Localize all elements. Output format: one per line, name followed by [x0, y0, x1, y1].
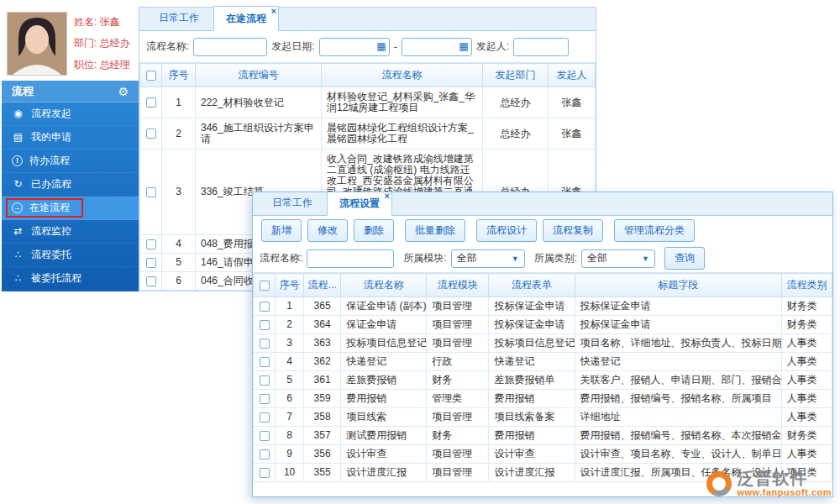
search-button[interactable]: 查询	[664, 247, 705, 270]
sidebar-item-in-transit-processes[interactable]: → 在途流程	[2, 197, 139, 220]
process-name-input[interactable]	[307, 249, 394, 268]
back-tabbar: 日常工作 在途流程 ×	[139, 8, 596, 31]
row-checkbox[interactable]	[146, 276, 156, 286]
row-checkbox[interactable]	[260, 357, 270, 367]
col-header-module: 流程模块	[427, 274, 489, 297]
sidebar-item-process-delegate[interactable]: ∴ 流程委托	[2, 244, 139, 267]
row-checkbox[interactable]	[260, 320, 270, 330]
manage-category-button[interactable]: 管理流程分类	[614, 219, 695, 242]
col-header-code: 流程编号	[196, 64, 322, 87]
close-tab-icon[interactable]: ×	[385, 192, 390, 201]
table-row[interactable]: 2 346_施工组织设计方案申请 晨铭园林绿化工程组织设计方案_晨铭园林绿化工程…	[140, 118, 596, 150]
tab-process-settings[interactable]: 流程设置 ×	[327, 192, 392, 216]
cell-no: 1	[276, 297, 304, 316]
cell-category: 人事类	[781, 445, 832, 464]
row-checkbox[interactable]	[260, 431, 270, 441]
cell-category: 人事类	[781, 334, 832, 353]
row-checkbox[interactable]	[260, 468, 270, 478]
tab-daily-work[interactable]: 日常工作	[260, 192, 325, 215]
row-checkbox[interactable]	[260, 375, 270, 386]
cell-fields: 费用报销、报销编号、报销名称、本次报销金额	[575, 427, 781, 445]
process-copy-button[interactable]: 流程复制	[543, 219, 603, 242]
edit-button[interactable]: 修改	[307, 219, 348, 242]
category-label: 所属类别:	[534, 251, 577, 265]
table-header-row: 序号 流程... 流程名称 流程模块 流程表单 标题字段 流程类别	[254, 274, 832, 297]
process-name-input[interactable]	[193, 38, 267, 56]
cell-fields: 投标保证金申请	[575, 316, 781, 334]
row-checkbox[interactable]	[146, 258, 156, 268]
row-checkbox[interactable]	[260, 339, 270, 349]
cell-name: 材料验收登记_材料采购_张鑫_华润12城房建工程项目	[322, 87, 483, 118]
table-row[interactable]: 3 363 投标项目信息登记 项目管理 投标项目信息登记 项目名称、详细地址、投…	[254, 334, 832, 353]
module-select[interactable]: 全部 ▼	[451, 249, 525, 268]
sender-input[interactable]	[513, 38, 569, 56]
cell-code: 346_施工组织设计方案申请	[196, 118, 322, 150]
row-checkbox[interactable]	[146, 239, 156, 249]
sidebar-item-process-start[interactable]: ◉ 流程发起	[2, 102, 139, 126]
cell-no: 6	[162, 272, 196, 291]
cell-fields: 费用报销、报销编号、报销名称、所属项目	[575, 390, 781, 408]
row-checkbox[interactable]	[146, 97, 156, 108]
table-row[interactable]: 6 359 费用报销 管理类 费用报销 费用报销、报销编号、报销名称、所属项目 …	[254, 390, 832, 408]
sidebar-item-process-monitor[interactable]: ⇄ 流程监控	[2, 220, 139, 244]
user-info: 姓名: 张鑫 部门: 总经办 职位: 总经理	[74, 12, 130, 76]
cell-name: 测试费用报销	[341, 427, 427, 445]
col-header-name: 流程名称	[341, 274, 427, 297]
tab-in-transit-processes[interactable]: 在途流程 ×	[213, 6, 279, 31]
row-checkbox[interactable]	[260, 302, 270, 312]
completed-icon: ↻	[12, 178, 24, 191]
table-row[interactable]: 8 357 测试费用报销 财务 费用报销 费用报销、报销编号、报销名称、本次报销…	[254, 427, 832, 445]
calendar-icon[interactable]: ▦	[459, 41, 468, 51]
table-row[interactable]: 9 356 设计审查 项目管理 设计审查 设计审查、项目名称、专业、设计人、制单…	[254, 445, 832, 464]
cell-category: 人事类	[781, 353, 832, 371]
user-profile: 姓名: 张鑫 部门: 总经办 职位: 总经理	[2, 7, 139, 81]
table-header-row: 序号 流程编号 流程名称 发起部门 发起人	[140, 64, 596, 87]
brand-watermark: 泛普软件 www.fanpusoft.com	[706, 470, 832, 497]
table-row[interactable]: 1 365 保证金申请 (副本) 项目管理 投标保证金申请 投标保证金申请 财务…	[254, 297, 832, 316]
category-select[interactable]: 全部 ▼	[581, 249, 655, 268]
cell-no: 2	[276, 316, 304, 334]
col-header-id: 流程...	[304, 274, 341, 297]
table-row[interactable]: 4 362 快递登记 行政 快递登记 快递登记 人事类	[254, 353, 832, 371]
front-tabbar: 日常工作 流程设置 ×	[253, 192, 832, 216]
row-checkbox[interactable]	[260, 394, 270, 404]
cell-no: 2	[162, 118, 196, 150]
row-checkbox[interactable]	[146, 187, 156, 197]
table-row[interactable]: 1 222_材料验收登记 材料验收登记_材料采购_张鑫_华润12城房建工程项目 …	[140, 87, 596, 118]
row-checkbox[interactable]	[260, 412, 270, 423]
close-tab-icon[interactable]: ×	[271, 7, 276, 16]
gear-icon[interactable]: ⚙	[118, 85, 129, 98]
row-checkbox[interactable]	[146, 129, 156, 139]
delete-button[interactable]: 删除	[354, 219, 394, 242]
sidebar-item-label: 流程发起	[31, 107, 71, 121]
process-design-button[interactable]: 流程设计	[476, 219, 537, 242]
table-row[interactable]: 7 358 项目线索 项目管理 项目线索备案 详细地址 人事类	[254, 408, 832, 427]
cell-form: 费用报销	[489, 390, 575, 408]
sidebar-item-delegated-processes[interactable]: ∴ 被委托流程	[2, 267, 139, 291]
col-header-no: 序号	[276, 274, 304, 297]
calendar-icon[interactable]: ▦	[376, 41, 386, 51]
window-process-settings: 日常工作 流程设置 × 新增 修改 删除 批量删除 流程设计 流程复制 管理流程…	[252, 192, 833, 497]
desktop: 姓名: 张鑫 部门: 总经办 职位: 总经理 流程 ⚙ ◉ 流程发起 ▤ 我的申…	[0, 0, 840, 504]
sidebar-item-pending-processes[interactable]: ! 待办流程	[2, 150, 139, 173]
tab-daily-work[interactable]: 日常工作	[146, 5, 212, 30]
batch-delete-button[interactable]: 批量删除	[405, 219, 465, 242]
avatar	[8, 13, 66, 75]
select-all-checkbox[interactable]	[146, 71, 156, 81]
add-button[interactable]: 新增	[261, 219, 302, 242]
cell-module: 项目管理	[427, 297, 489, 316]
col-header-dept: 发起部门	[483, 64, 549, 87]
cell-id: 356	[304, 445, 341, 464]
sidebar-item-label: 待办流程	[29, 154, 70, 168]
tab-label: 在途流程	[226, 13, 266, 24]
select-all-checkbox[interactable]	[260, 281, 270, 291]
table-row[interactable]: 5 361 差旅费报销 财务 差旅费报销单 关联客户、报销人、申请日期、部门、报…	[254, 371, 832, 390]
sidebar-item-completed-processes[interactable]: ↻ 已办流程	[2, 173, 139, 197]
sidebar-item-my-applications[interactable]: ▤ 我的申请	[2, 126, 139, 150]
table-row[interactable]: 2 364 保证金申请 项目管理 投标保证金申请 投标保证金申请 财务类	[254, 316, 832, 334]
cell-form: 投标保证金申请	[489, 316, 575, 334]
cell-form: 费用报销	[489, 427, 575, 445]
row-checkbox[interactable]	[260, 449, 270, 459]
sidebar-item-label: 已办流程	[31, 177, 71, 192]
pending-icon: !	[12, 155, 23, 166]
